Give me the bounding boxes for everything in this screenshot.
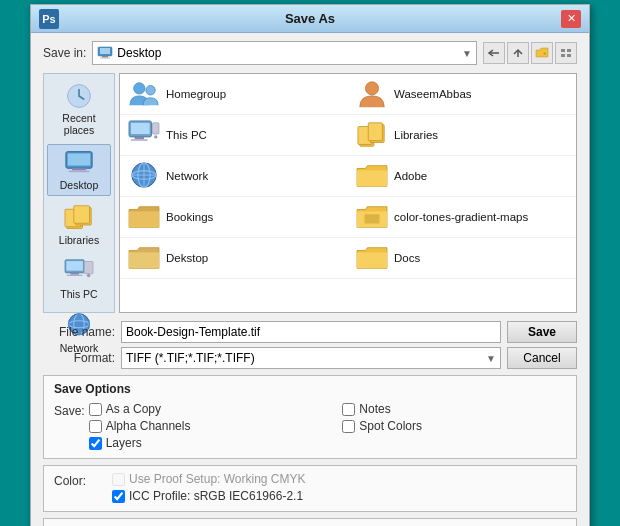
svg-rect-2	[102, 56, 108, 58]
list-item[interactable]: color-tones-gradient-maps	[348, 197, 576, 238]
svg-text:+: +	[543, 50, 547, 56]
save-in-combo[interactable]: Desktop ▼	[92, 41, 477, 65]
file-item-name: Adobe	[394, 170, 427, 182]
back-button[interactable]	[483, 42, 505, 64]
svg-rect-42	[368, 123, 382, 141]
format-arrow-icon: ▼	[486, 353, 496, 364]
list-item[interactable]: Dekstop	[120, 238, 348, 279]
use-proof-setup-label: Use Proof Setup: Working CMYK	[129, 472, 306, 486]
save-options-save-label: Save:	[54, 402, 89, 418]
file-list: Homegroup WaseemAbbas	[119, 73, 577, 313]
folder-icon	[128, 243, 160, 273]
up-button[interactable]	[507, 42, 529, 64]
close-button[interactable]: ✕	[561, 10, 581, 28]
file-item-name: Bookings	[166, 211, 213, 223]
svg-point-31	[146, 86, 155, 95]
use-proof-setup-option[interactable]: Use Proof Setup: Working CMYK	[112, 472, 306, 486]
sidebar-label-recent: Recent places	[49, 112, 109, 136]
monitor-icon	[128, 120, 160, 150]
as-a-copy-option[interactable]: As a Copy	[89, 402, 313, 416]
list-item[interactable]: Homegroup	[120, 74, 348, 115]
alpha-channels-option[interactable]: Alpha Channels	[89, 419, 313, 433]
layers-checkbox[interactable]	[89, 437, 102, 450]
dialog-title: Save As	[59, 11, 561, 26]
layers-label: Layers	[106, 436, 142, 450]
alpha-channels-checkbox[interactable]	[89, 420, 102, 433]
icc-profile-option[interactable]: ICC Profile: sRGB IEC61966-2.1	[112, 489, 306, 503]
color-label: Color:	[54, 472, 104, 488]
format-value: TIFF (*.TIF;*.TIF;*.TIFF)	[126, 351, 255, 365]
svg-rect-7	[561, 49, 565, 52]
svg-rect-35	[135, 137, 144, 139]
recent-places-icon	[63, 82, 95, 110]
this-pc-icon	[63, 258, 95, 286]
list-item[interactable]: Libraries	[348, 115, 576, 156]
list-item[interactable]: Docs	[348, 238, 576, 279]
list-item[interactable]: WaseemAbbas	[348, 74, 576, 115]
file-item-name: This PC	[166, 129, 207, 141]
file-item-name: Dekstop	[166, 252, 208, 264]
list-item[interactable]: Bookings	[120, 197, 348, 238]
file-item-name: Libraries	[394, 129, 438, 141]
svg-rect-9	[561, 54, 565, 57]
format-label: Format:	[43, 351, 115, 365]
svg-rect-19	[74, 206, 90, 224]
libraries-icon	[63, 204, 95, 232]
cancel-button[interactable]: Cancel	[507, 347, 577, 369]
new-folder-icon: +	[535, 47, 549, 59]
svg-rect-21	[66, 261, 83, 271]
up-icon	[512, 48, 524, 58]
svg-rect-22	[70, 273, 79, 275]
titlebar: Ps Save As ✕	[31, 5, 589, 33]
svg-rect-34	[131, 123, 150, 134]
file-item-name: color-tones-gradient-maps	[394, 211, 528, 223]
new-folder-button[interactable]: +	[531, 42, 553, 64]
svg-rect-37	[152, 123, 159, 134]
format-combo[interactable]: TIFF (*.TIF;*.TIF;*.TIFF) ▼	[121, 347, 501, 369]
sidebar-label-thispc: This PC	[60, 288, 97, 300]
libraries-file-icon	[356, 120, 388, 150]
combo-arrow-icon: ▼	[462, 48, 472, 59]
svg-rect-24	[84, 262, 93, 274]
sidebar-item-libraries[interactable]: Libraries	[47, 200, 111, 250]
icc-profile-checkbox[interactable]	[112, 490, 125, 503]
network-file-icon	[128, 161, 160, 191]
spot-colors-option[interactable]: Spot Colors	[342, 419, 566, 433]
list-item[interactable]: This PC	[120, 115, 348, 156]
notes-checkbox[interactable]	[342, 403, 355, 416]
list-item[interactable]: Network	[120, 156, 348, 197]
svg-rect-36	[131, 139, 148, 140]
file-item-name: Docs	[394, 252, 420, 264]
svg-rect-23	[67, 275, 83, 276]
view-button[interactable]	[555, 42, 577, 64]
ps-icon: Ps	[39, 9, 59, 29]
list-item[interactable]: Adobe	[348, 156, 576, 197]
save-options-title: Save Options	[54, 382, 566, 396]
use-proof-setup-checkbox[interactable]	[112, 473, 125, 486]
save-as-dialog: Ps Save As ✕ Save in: Desktop ▼	[30, 4, 590, 526]
places-sidebar: Recent places Desktop	[43, 73, 115, 313]
as-a-copy-label: As a Copy	[106, 402, 161, 416]
desktop-icon	[63, 149, 95, 177]
filename-label: File name:	[43, 325, 115, 339]
save-in-label: Save in:	[43, 46, 86, 60]
notes-label: Notes	[359, 402, 390, 416]
spot-colors-checkbox[interactable]	[342, 420, 355, 433]
file-item-name: Network	[166, 170, 208, 182]
view-icon	[560, 48, 572, 58]
notes-option[interactable]: Notes	[342, 402, 566, 416]
sidebar-item-this-pc[interactable]: This PC	[47, 254, 111, 304]
as-a-copy-checkbox[interactable]	[89, 403, 102, 416]
layers-option[interactable]: Layers	[89, 436, 313, 450]
sidebar-item-recent-places[interactable]: Recent places	[47, 78, 111, 140]
icc-profile-label: ICC Profile: sRGB IEC61966-2.1	[129, 489, 303, 503]
filename-input[interactable]	[121, 321, 501, 343]
svg-point-30	[134, 83, 145, 94]
svg-point-25	[87, 274, 91, 278]
svg-rect-15	[69, 170, 90, 172]
sidebar-label-desktop: Desktop	[60, 179, 99, 191]
save-button[interactable]: Save	[507, 321, 577, 343]
sidebar-item-desktop[interactable]: Desktop	[47, 144, 111, 196]
svg-point-32	[365, 82, 378, 95]
svg-rect-10	[567, 54, 571, 57]
